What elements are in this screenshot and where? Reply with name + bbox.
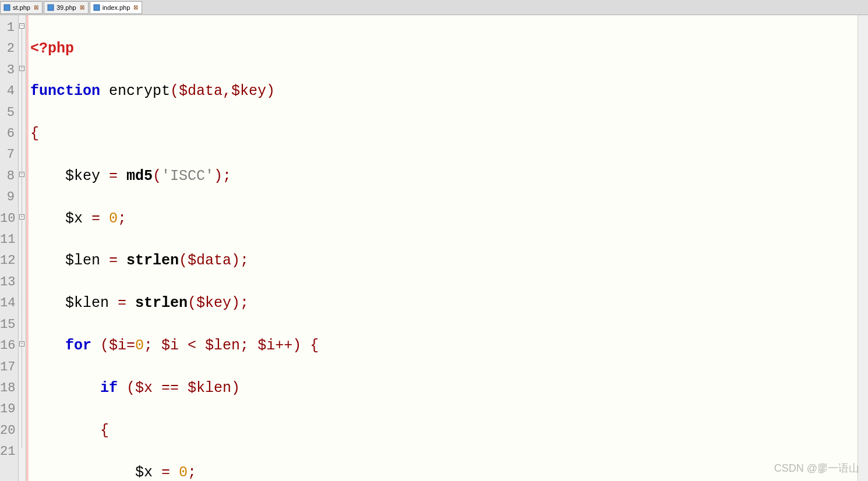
code-text: $klen) (179, 380, 240, 397)
args: ($data); (179, 252, 249, 269)
line-number: 7 (0, 144, 15, 165)
svg-rect-1 (48, 5, 54, 10)
line-number: 19 (0, 399, 15, 420)
operator: = (126, 337, 135, 354)
line-number: 18 (0, 378, 15, 399)
line-number: 11 (0, 229, 15, 250)
tab-st-php[interactable]: st.php ⊠ (0, 1, 43, 14)
svg-rect-0 (4, 5, 10, 10)
line-number: 6 (0, 123, 15, 144)
semi: ; (118, 210, 126, 227)
line-number: 15 (0, 314, 15, 335)
semi: ; (188, 464, 196, 481)
func-call: md5 (118, 168, 153, 185)
line-number: 14 (0, 293, 15, 314)
fold-column: − − − − − (19, 15, 26, 481)
line-number: 16 (0, 335, 15, 356)
code-editor[interactable]: <?php function encrypt($data,$key) { $ke… (29, 15, 868, 481)
brace: { (30, 125, 39, 142)
close-icon[interactable]: ⊠ (79, 4, 86, 11)
operator: = (109, 252, 118, 269)
php-open-tag: <?php (30, 40, 74, 57)
tab-index-php[interactable]: index.php ⊠ (90, 1, 143, 14)
line-number: 12 (0, 250, 15, 271)
operator: = (161, 464, 170, 481)
tab-label: index.php (103, 4, 130, 11)
params: ($data,$key) (170, 83, 275, 100)
line-number: 5 (0, 102, 15, 123)
code-text: $x (135, 464, 161, 481)
string: 'ISCC' (161, 168, 214, 185)
operator: ++ (275, 337, 292, 354)
func-name: encrypt (100, 83, 170, 100)
operator: = (109, 168, 118, 185)
code-text: $len; $i (196, 337, 275, 354)
number: 0 (109, 210, 118, 227)
line-number: 21 (0, 441, 15, 462)
tab-39-php[interactable]: 39.php ⊠ (44, 1, 89, 14)
line-number: 13 (0, 272, 15, 293)
fold-toggle-icon[interactable]: − (19, 23, 24, 29)
line-number: 10 (0, 208, 15, 229)
line-number: 4 (0, 81, 15, 102)
operator: < (188, 337, 196, 354)
keyword: function (30, 83, 100, 100)
editor-area: 1 2 3 4 5 6 7 8 9 10 11 12 13 14 15 16 1… (0, 15, 868, 481)
code-text: ; $i (144, 337, 188, 354)
code-text: $klen (30, 295, 118, 312)
line-number: 20 (0, 420, 15, 441)
paren: ); (214, 168, 231, 185)
args: ($key); (188, 295, 249, 312)
func-call: strlen (126, 295, 188, 312)
close-icon[interactable]: ⊠ (33, 4, 40, 11)
keyword: if (100, 380, 118, 397)
line-number: 17 (0, 357, 15, 378)
fold-line (22, 29, 22, 448)
number: 0 (135, 337, 144, 354)
code-text: $x (30, 210, 91, 227)
file-icon (47, 3, 55, 12)
number: 0 (179, 464, 188, 481)
tab-label: st.php (13, 4, 30, 11)
code-text: $key (30, 168, 109, 185)
tab-bar: st.php ⊠ 39.php ⊠ index.php ⊠ (0, 0, 868, 15)
svg-rect-2 (94, 5, 100, 10)
code-text: ($i (91, 337, 126, 354)
line-number: 9 (0, 187, 15, 208)
brace: { (100, 422, 109, 439)
func-call: strlen (118, 252, 179, 269)
tab-label: 39.php (57, 4, 76, 11)
operator: == (161, 380, 179, 397)
line-number: 2 (0, 38, 15, 59)
file-icon (93, 3, 101, 12)
line-number: 3 (0, 60, 15, 81)
file-icon (3, 3, 11, 12)
line-number: 8 (0, 166, 15, 187)
line-number-gutter: 1 2 3 4 5 6 7 8 9 10 11 12 13 14 15 16 1… (0, 15, 19, 481)
code-text: ) { (292, 337, 319, 354)
keyword: for (65, 337, 91, 354)
vertical-scrollbar[interactable] (858, 15, 868, 481)
code-text: ($x (118, 380, 161, 397)
watermark: CSDN @廖一语山 (774, 461, 859, 475)
paren: ( (153, 168, 161, 185)
code-text: $len (30, 252, 109, 269)
operator: = (118, 295, 126, 312)
operator: = (91, 210, 100, 227)
line-number: 1 (0, 17, 15, 38)
close-icon[interactable]: ⊠ (132, 4, 139, 11)
